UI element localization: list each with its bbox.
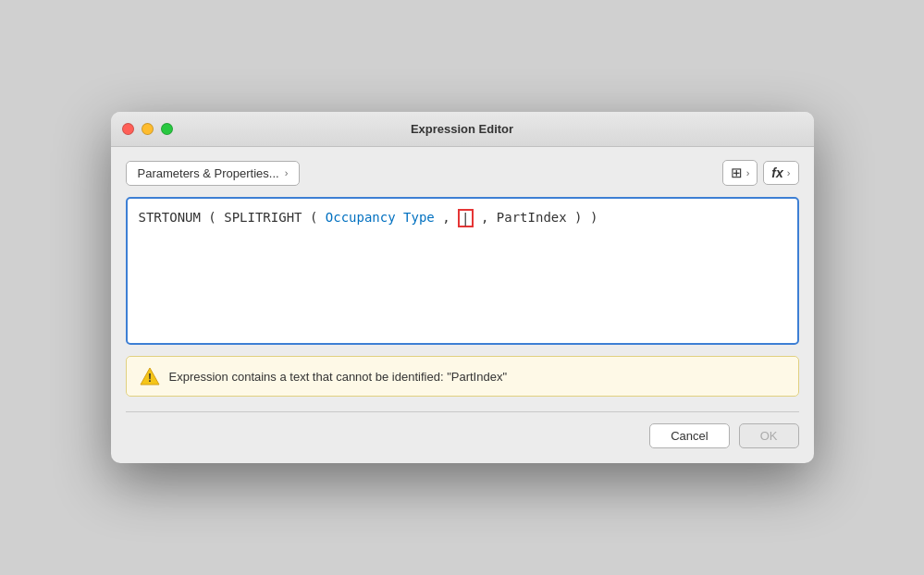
expression-string-box: | bbox=[458, 209, 473, 228]
params-chevron: › bbox=[285, 167, 289, 178]
grid-chevron: › bbox=[746, 167, 750, 178]
window-controls bbox=[122, 123, 173, 135]
parameters-properties-button[interactable]: Parameters & Properties... › bbox=[126, 161, 301, 186]
warning-icon: ! bbox=[140, 366, 160, 386]
fx-button[interactable]: fx › bbox=[763, 161, 798, 185]
maximize-button[interactable] bbox=[161, 123, 173, 135]
toolbar-right: ⊞ › fx › bbox=[722, 160, 799, 186]
toolbar: Parameters & Properties... › ⊞ › fx › bbox=[126, 160, 799, 186]
minimize-button[interactable] bbox=[142, 123, 154, 135]
window-title: Expression Editor bbox=[411, 122, 513, 136]
fx-chevron: › bbox=[787, 167, 791, 178]
grid-icon: ⊞ bbox=[731, 165, 743, 181]
params-button-label: Parameters & Properties... bbox=[138, 166, 279, 180]
expression-occupancy-type: Occupancy Type bbox=[326, 210, 435, 225]
svg-text:!: ! bbox=[148, 372, 152, 385]
grid-button[interactable]: ⊞ › bbox=[722, 160, 758, 186]
expression-string-value: | bbox=[462, 211, 469, 226]
footer-buttons: Cancel OK bbox=[126, 411, 799, 448]
title-bar: Expression Editor bbox=[111, 112, 814, 147]
expression-text-area[interactable]: STRTONUM ( SPLITRIGHT ( Occupancy Type ,… bbox=[126, 197, 799, 345]
toolbar-left: Parameters & Properties... › bbox=[126, 161, 301, 186]
warning-message: Expression contains a text that cannot b… bbox=[169, 370, 508, 384]
expression-comma1: , bbox=[435, 210, 458, 225]
expression-editor-window: Expression Editor Parameters & Propertie… bbox=[111, 112, 814, 463]
expression-prefix: STRTONUM ( SPLITRIGHT ( bbox=[139, 210, 326, 225]
close-button[interactable] bbox=[122, 123, 134, 135]
expression-comma2: , PartIndex ) ) bbox=[474, 210, 598, 225]
ok-button[interactable]: OK bbox=[739, 423, 799, 448]
cancel-button[interactable]: Cancel bbox=[649, 423, 729, 448]
window-content: Parameters & Properties... › ⊞ › fx › ST… bbox=[111, 147, 814, 463]
fx-icon: fx bbox=[771, 165, 782, 180]
warning-bar: ! Expression contains a text that cannot… bbox=[126, 356, 799, 397]
